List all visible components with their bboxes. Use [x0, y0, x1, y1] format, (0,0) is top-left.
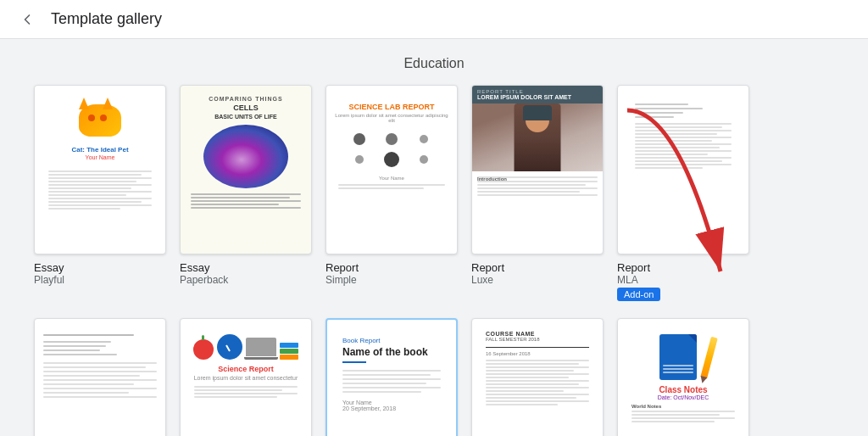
section-title: Education — [34, 56, 834, 71]
template-label-report-luxe: Report Luxe — [471, 261, 504, 286]
main-content: Education Cat: The Ideal Pe — [0, 39, 868, 436]
templates-grid-row1: Cat: The Ideal Pet Your Name — [34, 85, 834, 301]
template-type: Essay — [34, 261, 64, 274]
template-subtype: Paperback — [180, 274, 228, 286]
templates-grid-row2: Science Report Lorem ipsum dolor sit ame… — [34, 318, 834, 436]
rl-header: REPORT TITLE LOREM IPSUM DOLOR SIT AMET — [472, 86, 603, 103]
template-thumb-science-report[interactable]: Science Report Lorem ipsum dolor sit ame… — [180, 318, 312, 436]
template-course[interactable]: COURSE NAME FALL SEMESTER 2018 16 Septem… — [471, 318, 604, 436]
template-type: Report — [617, 261, 660, 274]
template-label-essay-paperback: Essay Paperback — [180, 261, 228, 286]
templates-row-1: Cat: The Ideal Pet Your Name — [34, 85, 834, 301]
template-blank[interactable] — [34, 318, 166, 436]
addon-badge: Add-on — [617, 288, 660, 301]
template-label-report-simple: Report Simple — [326, 261, 359, 286]
template-type: Essay — [180, 261, 228, 274]
template-subtype: Playful — [34, 274, 64, 286]
template-thumb-blank[interactable] — [34, 318, 166, 436]
template-book-report[interactable]: Book Report Name of the book Your Name 2… — [326, 318, 458, 436]
template-thumb-report-luxe[interactable]: REPORT TITLE LOREM IPSUM DOLOR SIT AMET … — [471, 85, 604, 254]
template-report-mla[interactable]: Report MLA Add-on — [617, 85, 749, 301]
template-type: Report — [326, 261, 359, 274]
rl-photo — [472, 103, 603, 171]
template-thumb-course[interactable]: COURSE NAME FALL SEMESTER 2018 16 Septem… — [471, 318, 604, 436]
template-class-notes[interactable]: Class Notes Date: Oct/Nov/DEC World Note… — [617, 318, 749, 436]
template-subtype: MLA — [617, 274, 660, 286]
back-button[interactable] — [14, 6, 41, 33]
template-essay-playful[interactable]: Cat: The Ideal Pet Your Name — [34, 85, 166, 301]
template-report-simple[interactable]: SCIENCE LAB REPORT Lorem ipsum dolor sit… — [326, 85, 458, 301]
template-thumb-essay-playful[interactable]: Cat: The Ideal Pet Your Name — [34, 85, 166, 254]
template-subtype: Luxe — [471, 274, 504, 286]
template-subtype: Simple — [326, 274, 359, 286]
header: Template gallery — [0, 0, 868, 39]
template-thumb-class-notes[interactable]: Class Notes Date: Oct/Nov/DEC World Note… — [617, 318, 749, 436]
template-thumb-book-report[interactable]: Book Report Name of the book Your Name 2… — [326, 318, 458, 436]
template-thumb-report-simple[interactable]: SCIENCE LAB REPORT Lorem ipsum dolor sit… — [326, 85, 458, 254]
template-essay-paperback[interactable]: Comparing Things CELLS BASIC UNITS OF LI… — [180, 85, 312, 301]
template-label-report-mla: Report MLA Add-on — [617, 261, 660, 301]
template-report-luxe[interactable]: REPORT TITLE LOREM IPSUM DOLOR SIT AMET … — [471, 85, 604, 301]
template-label-essay-playful: Essay Playful — [34, 261, 64, 286]
template-science-report[interactable]: Science Report Lorem ipsum dolor sit ame… — [180, 318, 312, 436]
template-thumb-essay-paperback[interactable]: Comparing Things CELLS BASIC UNITS OF LI… — [180, 85, 312, 254]
page-title: Template gallery — [51, 10, 162, 28]
template-type: Report — [471, 261, 504, 274]
rl-lines: Introduction — [472, 171, 603, 201]
template-thumb-report-mla[interactable] — [617, 85, 749, 254]
